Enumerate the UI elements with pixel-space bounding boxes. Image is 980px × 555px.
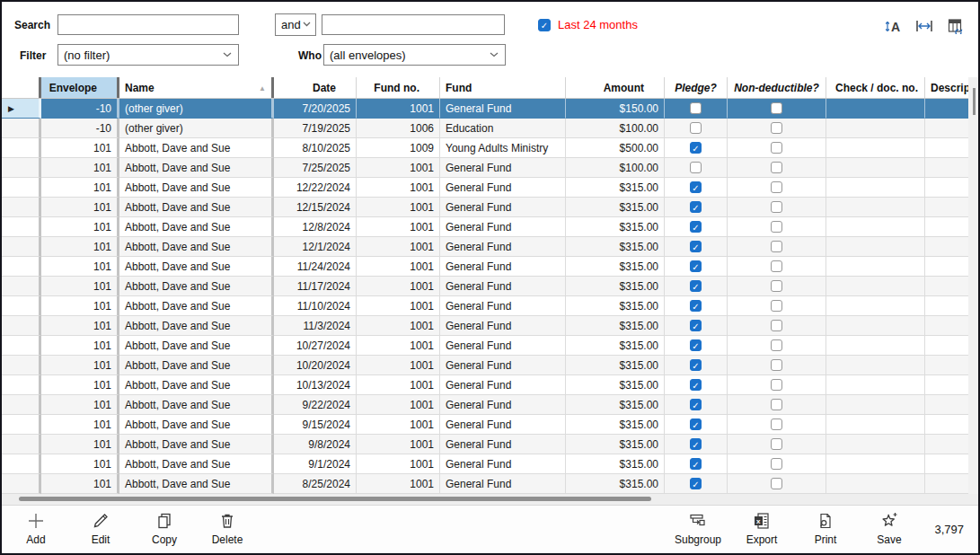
col-pledge-checkbox[interactable] [690,438,702,450]
col-non-deductible-checkbox[interactable] [771,300,782,312]
cell-col-non-deductible[interactable] [728,435,826,454]
cell-col-envelope[interactable]: -10 [41,99,119,119]
table-row[interactable]: 101Abbott, Dave and Sue11/24/20241001Gen… [2,257,980,277]
cell-col-date[interactable]: 10/20/2024 [274,356,357,375]
header-col-check-doc-no[interactable]: Check / doc. no. [826,77,925,98]
cell-col-check-doc-no[interactable] [826,375,925,395]
cell-col-check-doc-no[interactable] [826,356,925,375]
cell-col-envelope[interactable]: 101 [41,435,119,454]
table-row[interactable]: 101Abbott, Dave and Sue9/15/20241001Gene… [2,415,980,435]
cell-col-check-doc-no[interactable] [826,217,925,237]
cell-col-envelope[interactable]: 101 [41,316,119,336]
cell-col-pledge[interactable] [665,336,728,356]
cell-col-fund[interactable]: General Fund [440,296,566,316]
cell-col-fund-no[interactable]: 1001 [357,474,440,494]
cell-col-description[interactable] [925,336,970,356]
cell-col-check-doc-no[interactable] [826,257,925,277]
cell-row-selector[interactable] [2,395,41,415]
cell-col-description[interactable] [925,356,970,375]
column-width-icon[interactable] [914,17,934,35]
cell-col-date[interactable]: 12/15/2024 [274,198,357,217]
cell-col-envelope[interactable]: 101 [41,277,119,296]
col-pledge-checkbox[interactable] [690,359,702,371]
header-col-envelope[interactable]: Envelope [41,77,119,98]
cell-col-name[interactable]: Abbott, Dave and Sue [119,454,274,474]
table-row[interactable]: 101Abbott, Dave and Sue11/10/20241001Gen… [2,296,980,316]
cell-col-non-deductible[interactable] [728,178,826,198]
horizontal-scrollbar-thumb[interactable] [19,497,651,501]
table-row[interactable]: 101Abbott, Dave and Sue9/22/20241001Gene… [2,395,980,415]
cell-col-fund[interactable]: General Fund [440,474,566,494]
cell-col-non-deductible[interactable] [728,356,826,375]
cell-col-non-deductible[interactable] [728,375,826,395]
cell-col-non-deductible[interactable] [728,277,826,296]
cell-col-amount[interactable]: $315.00 [566,257,665,277]
vertical-scrollbar[interactable] [968,77,980,494]
cell-col-envelope[interactable]: 101 [41,257,119,277]
cell-col-check-doc-no[interactable] [826,454,925,474]
cell-col-amount[interactable]: $100.00 [566,158,665,178]
cell-col-pledge[interactable] [665,277,728,296]
cell-col-envelope[interactable]: 101 [41,138,119,158]
cell-col-pledge[interactable] [665,237,728,257]
cell-col-pledge[interactable] [665,316,728,336]
cell-col-date[interactable]: 9/1/2024 [274,454,357,474]
table-row[interactable]: 101Abbott, Dave and Sue10/27/20241001Gen… [2,336,980,356]
cell-row-selector[interactable] [2,454,41,474]
cell-col-date[interactable]: 11/10/2024 [274,296,357,316]
cell-col-non-deductible[interactable] [728,158,826,178]
cell-col-amount[interactable]: $315.00 [566,336,665,356]
cell-col-check-doc-no[interactable] [826,415,925,435]
cell-col-description[interactable] [925,474,970,494]
cell-col-name[interactable]: Abbott, Dave and Sue [119,375,274,395]
cell-col-description[interactable] [925,158,970,178]
cell-col-description[interactable] [925,178,970,198]
table-row[interactable]: 101Abbott, Dave and Sue8/25/20241001Gene… [2,474,980,494]
col-non-deductible-checkbox[interactable] [771,102,782,114]
cell-col-description[interactable] [925,435,970,454]
cell-col-fund-no[interactable]: 1001 [357,277,440,296]
cell-col-fund-no[interactable]: 1006 [357,119,440,138]
col-non-deductible-checkbox[interactable] [771,280,782,292]
cell-col-check-doc-no[interactable] [826,99,925,119]
cell-col-non-deductible[interactable] [728,454,826,474]
cell-col-description[interactable] [925,198,970,217]
col-non-deductible-checkbox[interactable] [771,359,782,371]
cell-col-fund-no[interactable]: 1001 [357,99,440,119]
cell-col-non-deductible[interactable] [728,237,826,257]
col-non-deductible-checkbox[interactable] [771,478,782,489]
header-col-date[interactable]: Date [274,77,357,98]
cell-col-check-doc-no[interactable] [826,316,925,336]
cell-col-fund-no[interactable]: 1001 [357,217,440,237]
cell-col-pledge[interactable] [665,395,728,415]
cell-col-envelope[interactable]: 101 [41,178,119,198]
cell-col-name[interactable]: Abbott, Dave and Sue [119,336,274,356]
cell-col-fund-no[interactable]: 1001 [357,415,440,435]
cell-col-check-doc-no[interactable] [826,198,925,217]
table-row[interactable]: 101Abbott, Dave and Sue12/22/20241001Gen… [2,178,980,198]
delete-button[interactable]: Delete [201,511,253,551]
cell-col-date[interactable]: 7/25/2025 [274,158,357,178]
col-non-deductible-checkbox[interactable] [771,142,782,154]
cell-col-non-deductible[interactable] [728,217,826,237]
cell-col-amount[interactable]: $315.00 [566,435,665,454]
cell-col-fund[interactable]: General Fund [440,435,566,454]
cell-col-pledge[interactable] [665,99,728,119]
cell-col-fund-no[interactable]: 1001 [357,198,440,217]
table-row[interactable]: 101Abbott, Dave and Sue12/8/20241001Gene… [2,217,980,237]
cell-col-pledge[interactable] [665,435,728,454]
col-non-deductible-checkbox[interactable] [771,181,782,193]
cell-col-non-deductible[interactable] [728,415,826,435]
cell-col-check-doc-no[interactable] [826,138,925,158]
table-row[interactable]: -10(other giver)7/19/20251006Education$1… [2,119,980,138]
cell-col-amount[interactable]: $315.00 [566,415,665,435]
cell-col-non-deductible[interactable] [728,336,826,356]
col-pledge-checkbox[interactable] [690,478,702,489]
edit-button[interactable]: Edit [75,511,127,551]
cell-col-name[interactable]: (other giver) [119,119,274,138]
filter-select[interactable]: (no filter) [57,44,239,66]
cell-row-selector[interactable] [2,415,41,435]
cell-col-description[interactable] [925,415,970,435]
cell-col-check-doc-no[interactable] [826,178,925,198]
cell-col-description[interactable] [925,454,970,474]
